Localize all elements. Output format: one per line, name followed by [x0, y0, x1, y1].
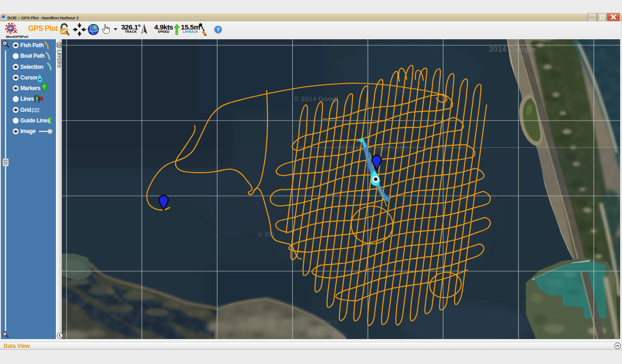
svg-text:2014 Google: 2014 Google: [489, 45, 536, 54]
svg-text:2014 G: 2014 G: [318, 319, 338, 326]
svg-text:© 2014 Googl: © 2014 Googl: [294, 95, 338, 103]
svg-text:?: ?: [216, 27, 220, 32]
svg-text:LAYERS: LAYERS: [56, 50, 61, 68]
